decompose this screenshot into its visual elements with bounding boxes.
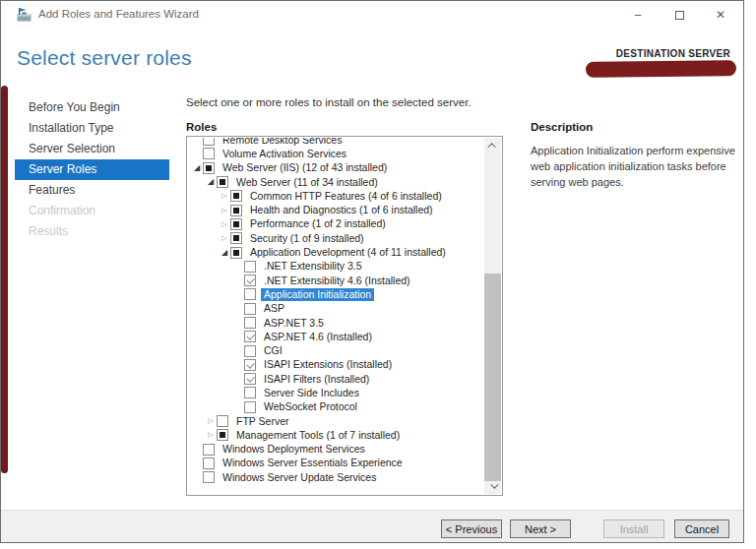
description-heading: Description: [531, 121, 593, 133]
minimize-button[interactable]: –: [617, 1, 659, 29]
page-title: Select server roles: [17, 46, 192, 70]
tree-row[interactable]: ASP: [188, 302, 484, 316]
scroll-up-button[interactable]: [484, 138, 501, 153]
checkbox-unchecked[interactable]: [244, 303, 256, 315]
tree-item-label: ASP.NET 4.6 (Installed): [261, 331, 375, 343]
tree-row[interactable]: ASP.NET 4.6 (Installed): [188, 330, 484, 343]
checkbox-checked[interactable]: [244, 359, 256, 371]
tree-row[interactable]: .NET Extensibility 3.5: [188, 260, 484, 274]
tree-item-label: Health and Diagnostics (1 of 6 installed…: [247, 204, 436, 216]
collapsed-arrow-icon[interactable]: ▷: [219, 217, 230, 231]
cancel-button[interactable]: Cancel: [674, 519, 729, 538]
sidebar-item-server-selection[interactable]: Server Selection: [15, 139, 169, 159]
tree-row[interactable]: ISAPI Extensions (Installed): [188, 358, 484, 372]
tree-row[interactable]: Application Initialization: [188, 287, 484, 301]
tree-row[interactable]: ◢Web Server (11 of 34 installed): [188, 175, 484, 189]
checkbox-unchecked[interactable]: [244, 387, 256, 398]
tree-row[interactable]: .NET Extensibility 4.6 (Installed): [188, 274, 484, 287]
checkbox-partial[interactable]: [230, 232, 242, 244]
checkbox-unchecked[interactable]: [203, 138, 215, 146]
tree-item-label: Performance (1 of 2 installed): [247, 217, 389, 230]
sidebar-item-server-roles[interactable]: Server Roles: [15, 159, 169, 180]
checkbox-partial[interactable]: [217, 429, 228, 441]
tree-item-label: Volume Activation Services: [220, 148, 349, 160]
checkbox-partial[interactable]: [217, 176, 228, 188]
tree-item-label: Web Server (IIS) (12 of 43 installed): [220, 161, 390, 174]
checkbox-unchecked[interactable]: [244, 288, 256, 300]
left-edge-redaction: [1, 86, 8, 473]
sidebar-item-confirmation: Confirmation: [15, 201, 169, 221]
tree-row[interactable]: ▷Performance (1 of 2 installed): [188, 217, 484, 231]
tree-item-label: CGI: [261, 344, 285, 357]
tree-row[interactable]: Windows Deployment Services: [188, 443, 484, 457]
expanded-arrow-icon[interactable]: ◢: [219, 246, 230, 260]
checkbox-partial[interactable]: [230, 190, 242, 202]
previous-button[interactable]: < Previous: [441, 519, 502, 538]
checkbox-unchecked[interactable]: [203, 148, 215, 159]
tree-row[interactable]: ▷Health and Diagnostics (1 of 6 installe…: [188, 203, 484, 216]
tree-row[interactable]: ▷FTP Server: [188, 414, 484, 428]
tree-row[interactable]: WebSocket Protocol: [188, 400, 484, 414]
tree-item-label: ISAPI Extensions (Installed): [261, 358, 395, 371]
collapsed-arrow-icon[interactable]: ▷: [205, 414, 217, 428]
checkbox-unchecked[interactable]: [203, 471, 215, 483]
checkbox-unchecked[interactable]: [244, 261, 256, 273]
collapsed-arrow-icon[interactable]: ▷: [219, 204, 230, 217]
roles-tree-listbox: Remote Desktop ServicesVolume Activation…: [186, 136, 503, 496]
install-button: Install: [603, 519, 664, 538]
tree-row[interactable]: Windows Server Essentials Experience: [188, 457, 484, 470]
screen: Add Roles and Features Wizard – ✕ Select…: [0, 0, 756, 549]
wizard-icon: [17, 8, 32, 22]
checkbox-partial[interactable]: [230, 205, 242, 216]
roles-scrollbar[interactable]: [484, 138, 501, 494]
sidebar-item-installation-type[interactable]: Installation Type: [15, 118, 169, 139]
window-controls: – ✕: [617, 1, 741, 29]
scroll-down-icon: [490, 480, 498, 488]
tree-row[interactable]: Windows Server Update Services: [188, 470, 484, 484]
sidebar-item-features[interactable]: Features: [15, 180, 169, 201]
maximize-button[interactable]: [659, 1, 700, 29]
description-text: Application Initialization perform expen…: [531, 144, 745, 191]
scroll-down-button[interactable]: [484, 478, 501, 494]
tree-item-label: .NET Extensibility 3.5: [261, 260, 365, 273]
close-button[interactable]: ✕: [700, 1, 741, 29]
checkbox-checked[interactable]: [244, 274, 256, 286]
checkbox-partial[interactable]: [230, 218, 242, 230]
checkbox-unchecked[interactable]: [244, 401, 256, 413]
title-bar[interactable]: Add Roles and Features Wizard – ✕: [1, 1, 743, 29]
tree-row[interactable]: CGI: [188, 343, 484, 357]
wizard-steps-nav: Before You BeginInstallation TypeServer …: [15, 97, 169, 242]
tree-row[interactable]: ▷Common HTTP Features (4 of 6 installed): [188, 189, 484, 203]
checkbox-unchecked[interactable]: [217, 415, 228, 427]
tree-row[interactable]: ▷Management Tools (1 of 7 installed): [188, 428, 484, 442]
tree-row[interactable]: ISAPI Filters (Installed): [188, 372, 484, 386]
checkbox-unchecked[interactable]: [244, 317, 256, 329]
checkbox-unchecked[interactable]: [244, 345, 256, 357]
next-button[interactable]: Next >: [510, 519, 571, 538]
server-name-redaction: [586, 60, 736, 78]
tree-item-label: Server Side Includes: [261, 387, 362, 399]
checkbox-checked[interactable]: [244, 331, 256, 342]
window-title: Add Roles and Features Wizard: [38, 8, 199, 20]
collapsed-arrow-icon[interactable]: ▷: [219, 189, 230, 203]
collapsed-arrow-icon[interactable]: ▷: [205, 428, 217, 442]
roles-tree: Remote Desktop ServicesVolume Activation…: [188, 138, 484, 494]
tree-row[interactable]: ◢Web Server (IIS) (12 of 43 installed): [188, 161, 484, 175]
expanded-arrow-icon[interactable]: ◢: [191, 161, 203, 175]
checkbox-partial[interactable]: [203, 162, 215, 174]
scrollbar-thumb[interactable]: [484, 274, 501, 481]
collapsed-arrow-icon[interactable]: ▷: [219, 231, 230, 245]
checkbox-checked[interactable]: [244, 373, 256, 385]
tree-row[interactable]: ▷Security (1 of 9 installed): [188, 231, 484, 245]
checkbox-partial[interactable]: [230, 247, 242, 259]
tree-row[interactable]: ◢Application Development (4 of 11 instal…: [188, 245, 484, 259]
tree-row[interactable]: ASP.NET 3.5: [188, 316, 484, 330]
sidebar-item-before-you-begin[interactable]: Before You Begin: [15, 97, 169, 118]
tree-row[interactable]: Server Side Includes: [188, 386, 484, 399]
checkbox-unchecked[interactable]: [203, 458, 215, 469]
tree-row[interactable]: Volume Activation Services: [188, 147, 484, 160]
checkbox-unchecked[interactable]: [203, 444, 215, 456]
roles-label: Roles: [186, 121, 217, 133]
expanded-arrow-icon[interactable]: ◢: [205, 175, 217, 189]
tree-row[interactable]: Remote Desktop Services: [188, 138, 484, 147]
